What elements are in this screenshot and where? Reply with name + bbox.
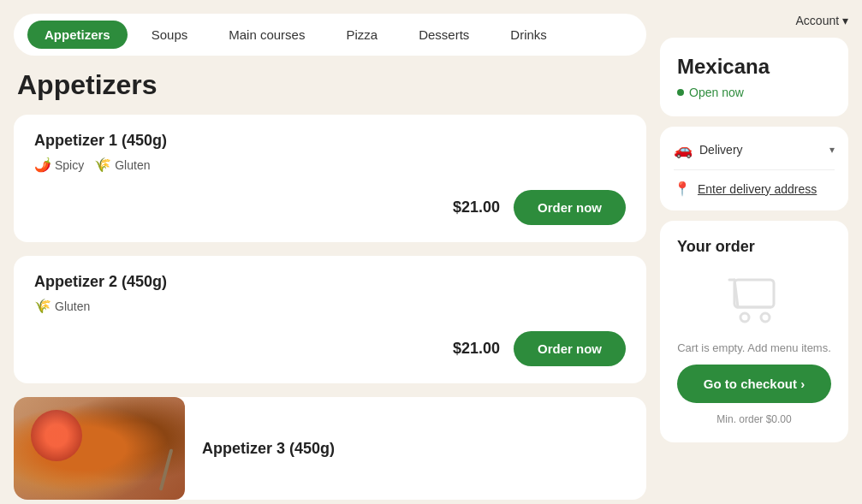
- menu-card-body: Appetizer 2 (450g) 🌾 Gluten: [34, 273, 626, 314]
- svg-rect-0: [734, 280, 774, 307]
- menu-card-appetizer-2: Appetizer 2 (450g) 🌾 Gluten $21.00 Order…: [14, 256, 646, 383]
- min-order-text: Min. order $0.00: [716, 413, 791, 425]
- open-status-text: Open now: [689, 86, 744, 99]
- order-card: Your order Cart is empty. Add menu items…: [660, 221, 848, 442]
- svg-point-1: [740, 313, 749, 322]
- menu-item-name: Appetizer 3 (450g): [202, 440, 633, 458]
- open-status: Open now: [677, 86, 831, 99]
- tag-label: Gluten: [55, 299, 90, 313]
- cart-icon-wrapper: [724, 266, 784, 331]
- tag-gluten: 🌾 Gluten: [34, 298, 90, 314]
- tab-appetizers[interactable]: Appetizers: [27, 21, 128, 49]
- tab-main-courses[interactable]: Main courses: [211, 21, 322, 49]
- account-button[interactable]: Account ▾: [796, 14, 848, 27]
- tags: 🌾 Gluten: [34, 298, 626, 314]
- menu-item-name: Appetizer 1 (450g): [34, 132, 626, 150]
- menu-item-image: [14, 397, 185, 500]
- tag-spicy: 🌶️ Spicy: [34, 157, 84, 173]
- restaurant-card: Mexicana Open now: [660, 38, 848, 116]
- cart-icon: [724, 273, 784, 324]
- menu-card-appetizer-3: Appetizer 3 (450g): [14, 397, 646, 500]
- address-row: 📍 Enter delivery address: [674, 181, 835, 197]
- menu-card-footer: $21.00 Order now: [34, 183, 626, 225]
- checkout-button[interactable]: Go to checkout ›: [677, 365, 831, 403]
- tab-pizza[interactable]: Pizza: [329, 21, 395, 49]
- menu-item-name: Appetizer 2 (450g): [34, 273, 626, 291]
- delivery-row-inner: Delivery Pickup ▾: [699, 143, 835, 157]
- right-column: Account ▾ Mexicana Open now 🚗 Delivery P…: [660, 14, 848, 500]
- restaurant-name: Mexicana: [677, 55, 831, 79]
- delivery-type-row: 🚗 Delivery Pickup ▾: [674, 140, 835, 159]
- menu-card-body: Appetizer 1 (450g) 🌶️ Spicy 🌾 Gluten: [34, 132, 626, 173]
- open-status-dot: [677, 89, 684, 96]
- menu-card-appetizer-1: Appetizer 1 (450g) 🌶️ Spicy 🌾 Gluten $21…: [14, 115, 646, 242]
- divider: [674, 169, 835, 170]
- spicy-icon: 🌶️: [34, 157, 51, 173]
- tag-label: Gluten: [115, 158, 150, 172]
- order-now-button-2[interactable]: Order now: [514, 331, 626, 366]
- tab-soups[interactable]: Soups: [134, 21, 205, 49]
- category-nav: Appetizers Soups Main courses Pizza Dess…: [14, 14, 646, 56]
- tab-drinks[interactable]: Drinks: [493, 21, 564, 49]
- car-icon: 🚗: [674, 140, 693, 159]
- chevron-down-icon: ▾: [829, 144, 835, 156]
- delivery-address-button[interactable]: Enter delivery address: [698, 182, 817, 196]
- order-card-title: Your order: [677, 238, 755, 256]
- gluten-icon: 🌾: [34, 298, 51, 314]
- tab-desserts[interactable]: Desserts: [401, 21, 486, 49]
- tag-gluten: 🌾 Gluten: [94, 157, 150, 173]
- cart-empty-text: Cart is empty. Add menu items.: [677, 341, 831, 354]
- menu-card-body: Appetizer 3 (450g): [202, 426, 646, 471]
- right-header: Account ▾: [660, 14, 848, 27]
- delivery-type-select[interactable]: Delivery Pickup: [699, 143, 823, 157]
- delivery-card: 🚗 Delivery Pickup ▾ 📍 Enter delivery add…: [660, 127, 848, 210]
- tags: 🌶️ Spicy 🌾 Gluten: [34, 157, 626, 173]
- section-title: Appetizers: [14, 69, 646, 101]
- order-now-button-1[interactable]: Order now: [514, 190, 626, 225]
- left-column: Appetizers Soups Main courses Pizza Dess…: [14, 14, 646, 500]
- menu-card-footer: $21.00 Order now: [34, 324, 626, 366]
- gluten-icon: 🌾: [94, 157, 111, 173]
- item-price: $21.00: [453, 199, 500, 216]
- svg-point-2: [761, 313, 770, 322]
- item-price: $21.00: [453, 340, 500, 358]
- pin-icon: 📍: [674, 181, 691, 197]
- tag-label: Spicy: [55, 158, 84, 172]
